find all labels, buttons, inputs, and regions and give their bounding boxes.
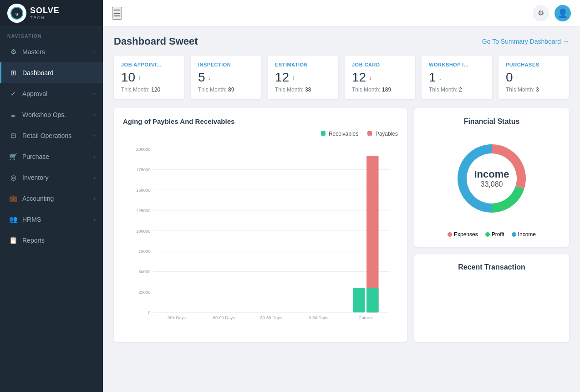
- stat-trend: ↑: [292, 74, 295, 81]
- stat-card-workshop-i[interactable]: WORKSHOP I... 1 ↓ This Month: 2: [422, 56, 492, 99]
- stat-label: ESTIMATION: [275, 62, 331, 67]
- stat-value-row: 10 ↑: [121, 70, 177, 85]
- receivables-dot: [321, 131, 326, 136]
- stat-trend: ↓: [369, 74, 372, 81]
- svg-rect-27: [366, 288, 378, 312]
- financial-legend: ExpensesProfitIncome: [423, 231, 560, 238]
- retail-icon: ⊟: [9, 131, 18, 140]
- donut-center: Income 33,080: [474, 168, 509, 188]
- inventory-icon: ◎: [9, 173, 18, 182]
- stat-month: This Month: 3: [506, 87, 562, 93]
- sidebar-item-reports[interactable]: 📋 Reports: [0, 230, 103, 251]
- avatar[interactable]: 👤: [555, 5, 571, 21]
- stat-trend: ↓: [208, 74, 211, 81]
- svg-text:25000: 25000: [138, 290, 150, 295]
- reports-icon: 📋: [9, 236, 18, 245]
- chevron-right-icon: ›: [94, 217, 96, 222]
- settings-button[interactable]: ⚙: [533, 5, 549, 21]
- aging-chart-section: Aging of Paybles And Receivables Receiva…: [114, 108, 407, 342]
- sidebar-item-label: Accounting: [22, 195, 54, 202]
- stat-card-estimation[interactable]: ESTIMATION 12 ↑ This Month: 38: [268, 56, 338, 99]
- stat-card-inspection[interactable]: INSPECTION 5 ↓ This Month: 89: [191, 56, 261, 99]
- svg-text:75000: 75000: [138, 249, 150, 254]
- sidebar-item-accounting[interactable]: 💼 Accounting ›: [0, 188, 103, 209]
- svg-text:200000: 200000: [136, 147, 150, 152]
- sidebar-item-purchase[interactable]: 🛒 Purchase ›: [0, 146, 103, 167]
- stat-month-value: 120: [151, 87, 160, 93]
- sidebar-item-hrms[interactable]: 👥 HRMS ›: [0, 209, 103, 230]
- fin-legend-label: Expenses: [454, 231, 478, 238]
- summary-dashboard-link[interactable]: Go To Summary Dashboard →: [482, 38, 569, 45]
- gear-icon: ⚙: [538, 9, 544, 17]
- svg-text:0: 0: [148, 310, 150, 315]
- chevron-right-icon: ›: [94, 175, 96, 180]
- stat-cards-row: JOB APPOINT... 10 ↑ This Month: 120 INSP…: [114, 56, 569, 99]
- sidebar-item-label: Purchase: [22, 153, 49, 160]
- sidebar-item-masters[interactable]: ⚙ Masters ›: [0, 41, 103, 62]
- recent-transaction-card: Recent Transaction: [414, 254, 569, 342]
- sidebar-item-label: Approval: [22, 90, 47, 97]
- chart-title: Aging of Paybles And Receivables: [123, 117, 398, 125]
- stat-month-value: 189: [382, 87, 391, 93]
- main-area: ☰ ⚙ 👤 Dashboard Sweet Go To Summary Dash…: [103, 0, 580, 392]
- sidebar-item-workshop-ops[interactable]: ≡ Workshop Ops. ›: [0, 104, 103, 125]
- stat-label: JOB APPOINT...: [121, 62, 177, 67]
- stat-month: This Month: 38: [275, 87, 331, 93]
- fin-dot: [485, 232, 490, 237]
- fin-legend-profit: Profit: [485, 231, 504, 238]
- workshop-icon: ≡: [9, 110, 18, 119]
- approval-icon: ✓: [9, 89, 18, 98]
- svg-text:30-60 Days: 30-60 Days: [260, 315, 282, 320]
- page-title: Dashboard Sweet: [114, 36, 198, 47]
- stat-label: PURCHASES: [506, 62, 562, 67]
- fin-dot: [512, 232, 516, 237]
- sidebar-item-label: Retail Operations: [22, 132, 71, 139]
- chevron-right-icon: ›: [94, 49, 96, 55]
- donut-label: Income: [474, 168, 509, 180]
- sidebar-item-label: Workshop Ops.: [22, 111, 66, 118]
- stat-month-value: 2: [459, 87, 462, 93]
- fin-legend-expenses: Expenses: [448, 231, 478, 238]
- accounting-icon: 💼: [9, 194, 18, 203]
- svg-text:0-30 Days: 0-30 Days: [309, 315, 328, 320]
- dashboard-icon: ⊞: [9, 68, 18, 77]
- fin-legend-label: Profit: [492, 231, 504, 238]
- sidebar-item-approval[interactable]: ✓ Approval ›: [0, 83, 103, 104]
- stat-label: WORKSHOP I...: [429, 62, 485, 67]
- sidebar-item-inventory[interactable]: ◎ Inventory ›: [0, 167, 103, 188]
- stat-value: 5: [198, 70, 205, 85]
- stat-card-purchases[interactable]: PURCHASES 0 ↑ This Month: 3: [499, 56, 569, 99]
- chevron-right-icon: ›: [94, 112, 96, 117]
- hamburger-button[interactable]: ☰: [112, 7, 122, 20]
- financial-status-title: Financial Status: [423, 117, 560, 126]
- svg-text:150000: 150000: [136, 188, 150, 193]
- sidebar-item-dashboard[interactable]: ⊞ Dashboard: [0, 62, 103, 83]
- sidebar-item-label: Reports: [22, 237, 45, 244]
- chart-legend: Receivables Payables: [123, 131, 398, 137]
- receivables-legend: Receivables: [321, 131, 359, 137]
- logo-text: SOLVE: [30, 6, 60, 15]
- sidebar-item-label: HRMS: [22, 216, 41, 223]
- chevron-right-icon: ›: [94, 91, 96, 97]
- topbar: ☰ ⚙ 👤: [103, 0, 580, 26]
- stat-card-job-appoint[interactable]: JOB APPOINT... 10 ↑ This Month: 120: [114, 56, 184, 99]
- stat-card-job-card[interactable]: JOB CARD 12 ↓ This Month: 189: [345, 56, 415, 99]
- svg-text:60-90 Days: 60-90 Days: [213, 315, 235, 320]
- donut-chart-container: Income 33,080: [446, 133, 537, 224]
- sidebar-item-retail-operations[interactable]: ⊟ Retail Operations ›: [0, 125, 103, 146]
- right-panel: Financial Status Income 33,080 ExpensesP…: [414, 108, 569, 342]
- user-icon: 👤: [558, 8, 568, 18]
- stat-value: 12: [275, 70, 289, 85]
- chart-area: 2000001750001500001250001000007500050000…: [123, 142, 398, 333]
- stat-month-value: 3: [536, 87, 539, 93]
- stat-month: This Month: 189: [352, 87, 408, 93]
- bar-chart-svg: 2000001750001500001250001000007500050000…: [123, 142, 398, 333]
- fin-legend-income: Income: [512, 231, 536, 238]
- stat-month: This Month: 2: [429, 87, 485, 93]
- logo-icon: S: [7, 4, 26, 23]
- bottom-row: Aging of Paybles And Receivables Receiva…: [114, 108, 569, 342]
- financial-status-card: Financial Status Income 33,080 ExpensesP…: [414, 108, 569, 247]
- content-header: Dashboard Sweet Go To Summary Dashboard …: [114, 36, 569, 47]
- stat-trend: ↓: [439, 74, 442, 81]
- stat-value-row: 1 ↓: [429, 70, 485, 85]
